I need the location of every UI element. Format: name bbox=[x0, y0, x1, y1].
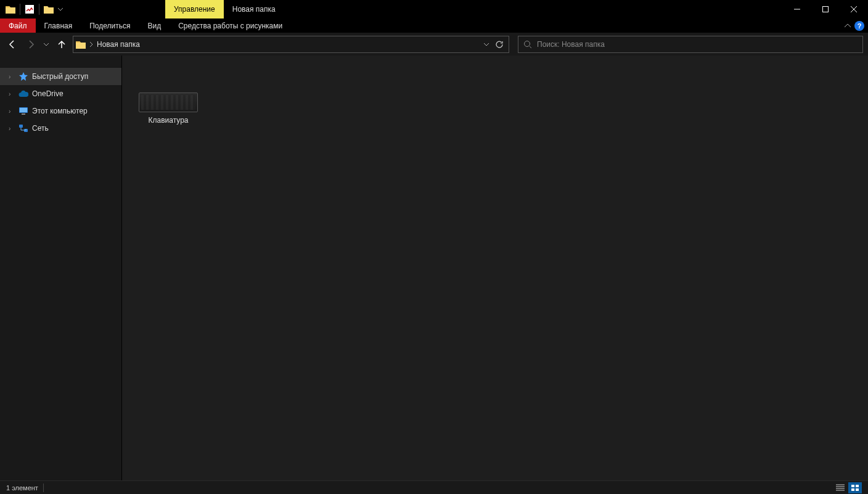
back-button[interactable] bbox=[5, 37, 20, 52]
close-button[interactable] bbox=[840, 0, 868, 19]
ribbon-collapse-icon[interactable] bbox=[845, 23, 851, 28]
qat-dropdown-icon[interactable] bbox=[57, 2, 64, 16]
file-tab[interactable]: Файл bbox=[0, 19, 36, 33]
file-tab-label: Файл bbox=[9, 22, 27, 30]
refresh-button[interactable] bbox=[493, 40, 506, 49]
search-input[interactable] bbox=[537, 40, 858, 49]
sidebar-item-onedrive[interactable]: › OneDrive bbox=[0, 85, 121, 102]
tab-view[interactable]: Вид bbox=[139, 19, 170, 33]
sidebar-item-this-pc[interactable]: › Этот компьютер bbox=[0, 102, 121, 120]
ribbon-tabs: Файл Главная Поделиться Вид Средства раб… bbox=[0, 19, 868, 33]
navigation-bar: Новая папка bbox=[0, 33, 868, 56]
chevron-right-icon[interactable]: › bbox=[9, 108, 15, 115]
search-bar[interactable] bbox=[518, 36, 863, 53]
content-pane[interactable]: Клавиатура bbox=[122, 56, 868, 480]
folder-icon bbox=[76, 40, 86, 49]
window-controls bbox=[783, 0, 868, 19]
context-tab-header: Управление bbox=[165, 0, 224, 19]
maximize-button[interactable] bbox=[811, 0, 840, 19]
recent-locations-button[interactable] bbox=[42, 37, 51, 52]
chevron-right-icon bbox=[89, 42, 93, 47]
svg-rect-1 bbox=[823, 7, 829, 12]
sidebar-item-label: OneDrive bbox=[32, 89, 63, 98]
new-folder-icon[interactable] bbox=[42, 2, 55, 16]
window-title: Новая папка bbox=[224, 0, 276, 19]
file-name: Клавиатура bbox=[149, 116, 189, 125]
up-button[interactable] bbox=[54, 37, 69, 52]
address-dropdown-icon[interactable] bbox=[484, 42, 489, 47]
sidebar-item-quick-access[interactable]: › Быстрый доступ bbox=[0, 68, 121, 85]
folder-icon[interactable] bbox=[4, 2, 17, 16]
breadcrumb-root[interactable] bbox=[76, 40, 93, 49]
minimize-button[interactable] bbox=[783, 0, 811, 19]
breadcrumb-item[interactable]: Новая папка bbox=[97, 40, 140, 49]
sidebar-item-label: Этот компьютер bbox=[32, 107, 88, 115]
tab-home[interactable]: Главная bbox=[36, 19, 81, 33]
svg-rect-6 bbox=[19, 125, 23, 128]
sidebar-item-label: Быстрый доступ bbox=[32, 72, 88, 81]
file-item[interactable]: Клавиатура bbox=[134, 68, 202, 125]
tab-label: Поделиться bbox=[89, 22, 130, 30]
search-icon bbox=[523, 40, 532, 49]
help-icon[interactable]: ? bbox=[854, 21, 864, 31]
thumbnails-view-button[interactable] bbox=[848, 482, 862, 493]
tab-label: Вид bbox=[147, 22, 161, 30]
tab-picture-tools[interactable]: Средства работы с рисунками bbox=[170, 19, 291, 33]
svg-rect-11 bbox=[856, 488, 859, 491]
sidebar-item-network[interactable]: › Сеть bbox=[0, 120, 121, 137]
quick-access-toolbar bbox=[0, 0, 64, 19]
tab-share[interactable]: Поделиться bbox=[81, 19, 139, 33]
tab-label: Средства работы с рисунками bbox=[178, 22, 282, 30]
chevron-right-icon[interactable]: › bbox=[9, 91, 15, 97]
svg-point-2 bbox=[525, 41, 530, 47]
chevron-right-icon[interactable]: › bbox=[9, 125, 15, 132]
separator bbox=[39, 4, 39, 15]
cloud-icon bbox=[18, 89, 28, 99]
svg-rect-5 bbox=[22, 113, 25, 115]
svg-rect-9 bbox=[856, 485, 859, 487]
details-view-button[interactable] bbox=[833, 482, 847, 493]
navigation-pane: › Быстрый доступ › OneDrive › Этот компь… bbox=[0, 56, 122, 480]
pc-icon bbox=[18, 106, 28, 116]
svg-rect-10 bbox=[851, 488, 854, 491]
tab-label: Главная bbox=[44, 22, 73, 30]
network-icon bbox=[18, 123, 28, 133]
properties-icon[interactable] bbox=[23, 2, 36, 16]
separator bbox=[43, 484, 44, 492]
forward-button[interactable] bbox=[23, 37, 38, 52]
address-bar[interactable]: Новая папка bbox=[73, 36, 509, 53]
svg-rect-4 bbox=[20, 108, 27, 112]
status-item-count: 1 элемент bbox=[6, 484, 38, 492]
chevron-right-icon[interactable]: › bbox=[9, 73, 15, 80]
separator bbox=[20, 4, 20, 15]
svg-rect-8 bbox=[851, 485, 854, 487]
sidebar-item-label: Сеть bbox=[32, 124, 49, 133]
status-bar: 1 элемент bbox=[0, 480, 868, 494]
thumbnail-keyboard bbox=[139, 93, 198, 112]
star-icon bbox=[18, 72, 28, 81]
title-bar: Управление Новая папка bbox=[0, 0, 868, 19]
explorer-body: › Быстрый доступ › OneDrive › Этот компь… bbox=[0, 56, 868, 480]
breadcrumb-label: Новая папка bbox=[97, 40, 140, 49]
context-tab-label: Управление bbox=[174, 5, 215, 14]
